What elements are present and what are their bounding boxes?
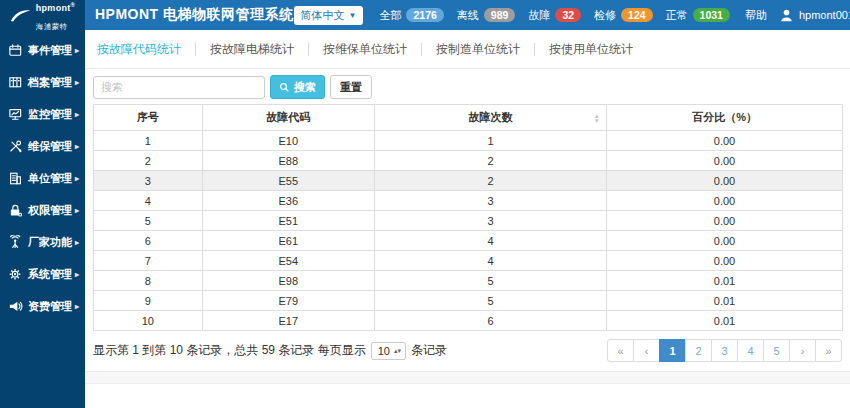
table-row[interactable]: 4E3630.00 [94,191,843,211]
page-prev[interactable]: ‹ [633,339,660,362]
reset-button[interactable]: 重置 [330,75,372,99]
table-cell: E51 [202,211,374,231]
search-button[interactable]: 搜索 [270,75,325,99]
table-cell: 3 [374,211,606,231]
status-badge-total: 全部2176 [379,8,443,23]
table-row[interactable]: 2E8820.00 [94,151,843,171]
search-input[interactable] [93,76,265,99]
table-row[interactable]: 9E7950.01 [94,291,843,311]
chevron-right-icon: ▸ [75,270,79,279]
table-row[interactable]: 1E1010.00 [94,131,843,151]
sidebar-item-label: 厂家功能 [28,235,72,250]
page-2[interactable]: 2 [685,339,712,362]
table-cell: 4 [374,231,606,251]
page-next[interactable]: › [789,339,816,362]
sidebar-item-label: 系统管理 [28,267,72,282]
tab-manufacturer-unit[interactable]: 按制造单位统计 [422,43,535,56]
caret-down-icon: ▼ [349,11,357,20]
lock-icon [8,203,23,218]
sidebar-item-billing[interactable]: 资费管理▸ [0,290,85,322]
table-cell: E98 [202,271,374,291]
search-icon [279,82,290,93]
gear-icon [8,267,23,282]
table-cell: 10 [94,311,203,331]
table-cell: 7 [94,251,203,271]
page-4[interactable]: 4 [737,339,764,362]
table-cell: E79 [202,291,374,311]
brand-logo: hpmont® 海浦蒙特 [0,0,85,30]
table-toolbar: 搜索 重置 [93,75,842,99]
column-header[interactable]: 故障次数▲▼ [374,105,606,131]
table-cell: 0.00 [607,131,843,151]
speaker-icon [8,299,23,314]
sort-icon[interactable]: ▲▼ [594,113,600,123]
table-cell: 2 [374,151,606,171]
table-cell: 2 [374,171,606,191]
badge-count: 32 [555,8,581,22]
table-row[interactable]: 10E1760.01 [94,311,843,331]
page-last[interactable]: » [815,339,842,362]
table-row[interactable]: 6E6140.00 [94,231,843,251]
table-row[interactable]: 5E5130.00 [94,211,843,231]
antenna-icon [8,235,23,250]
page-first[interactable]: « [607,339,634,362]
chevron-right-icon: ▸ [75,110,79,119]
table-cell: 0.00 [607,171,843,191]
page-size-value: 10 [378,345,390,357]
sidebar-item-monitoring[interactable]: 监控管理▸ [0,98,85,130]
tools-icon [8,139,23,154]
status-badge-fault: 故障32 [528,8,581,23]
table-row[interactable]: 8E9850.01 [94,271,843,291]
table-cell: E10 [202,131,374,151]
tab-user-unit[interactable]: 按使用单位统计 [535,43,647,56]
sidebar-item-system[interactable]: 系统管理▸ [0,258,85,290]
table-cell: E55 [202,171,374,191]
table-cell: E36 [202,191,374,211]
brand-logo-text: hpmont® 海浦蒙特 [36,0,76,33]
sidebar-item-permissions[interactable]: 权限管理▸ [0,194,85,226]
sidebar-item-events[interactable]: 事件管理▸ [0,34,85,66]
page-3[interactable]: 3 [711,339,738,362]
help-link[interactable]: 帮助 [745,8,767,23]
sidebar-item-units[interactable]: 单位管理▸ [0,162,85,194]
language-selector[interactable]: 简体中文 ▼ [294,6,364,25]
tab-fault-elevator[interactable]: 按故障电梯统计 [196,43,309,56]
sidebar-item-archives[interactable]: 档案管理▸ [0,66,85,98]
table-cell: 5 [374,271,606,291]
table-cell: 0.00 [607,251,843,271]
top-header: hpmont® 海浦蒙特 HPMONT 电梯物联网管理系统 简体中文 ▼ 全部2… [0,0,850,30]
pagination: «‹12345›» [607,339,842,362]
record-summary: 显示第 1 到第 10 条记录，总共 59 条记录 每页显示 10 ▴▾ 条记录 [93,342,447,360]
table-row[interactable]: 7E5440.00 [94,251,843,271]
fault-statistics-table: 序号故障代码故障次数▲▼百分比（%） 1E1010.002E8820.003E5… [93,104,843,331]
table-cell: 5 [94,211,203,231]
column-header: 百分比（%） [607,105,843,131]
summary-suffix: 条记录 [411,342,447,359]
sidebar-item-label: 事件管理 [28,43,72,58]
status-badge-offline: 离线989 [457,8,516,23]
main-content: 按故障代码统计按故障电梯统计按维保单位统计按制造单位统计按使用单位统计 搜索 重… [85,30,850,408]
tab-fault-code[interactable]: 按故障代码统计 [97,43,196,56]
sidebar-item-label: 维保管理 [28,139,72,154]
sidebar-item-label: 单位管理 [28,171,72,186]
page-5[interactable]: 5 [763,339,790,362]
page-size-select[interactable]: 10 ▴▾ [371,342,406,360]
sidebar-item-label: 档案管理 [28,75,72,90]
chevron-right-icon: ▸ [75,302,79,311]
table-cell: 1 [94,131,203,151]
sidebar-item-maintenance[interactable]: 维保管理▸ [0,130,85,162]
page-1[interactable]: 1 [659,339,686,362]
user-menu[interactable]: hpmont001 [779,8,850,23]
tab-maintenance-unit[interactable]: 按维保单位统计 [309,43,422,56]
badge-count: 124 [621,8,653,22]
chevron-right-icon: ▸ [75,238,79,247]
table-cell: 9 [94,291,203,311]
chevron-right-icon: ▸ [75,78,79,87]
chevron-right-icon: ▸ [75,174,79,183]
table-row[interactable]: 3E5520.00 [94,171,843,191]
table-cell: 0.00 [607,191,843,211]
app-title: HPMONT 电梯物联网管理系统 [95,6,294,24]
sidebar-item-vendor-functions[interactable]: 厂家功能▸ [0,226,85,258]
sidebar-item-label: 监控管理 [28,107,72,122]
table-cell: 0.01 [607,271,843,291]
